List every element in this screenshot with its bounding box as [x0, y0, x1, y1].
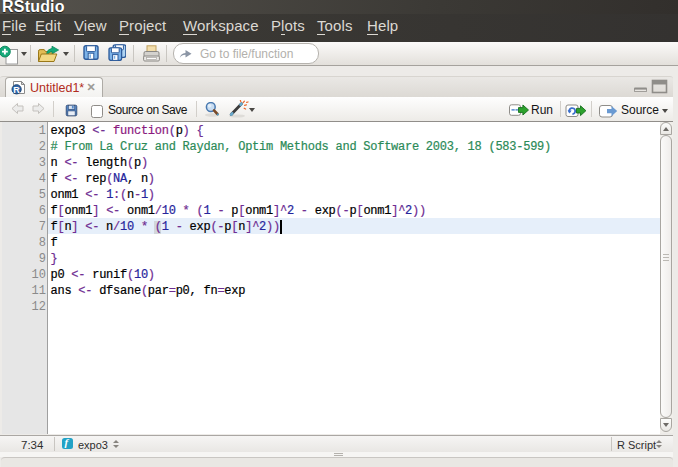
- svg-text:R: R: [13, 85, 20, 95]
